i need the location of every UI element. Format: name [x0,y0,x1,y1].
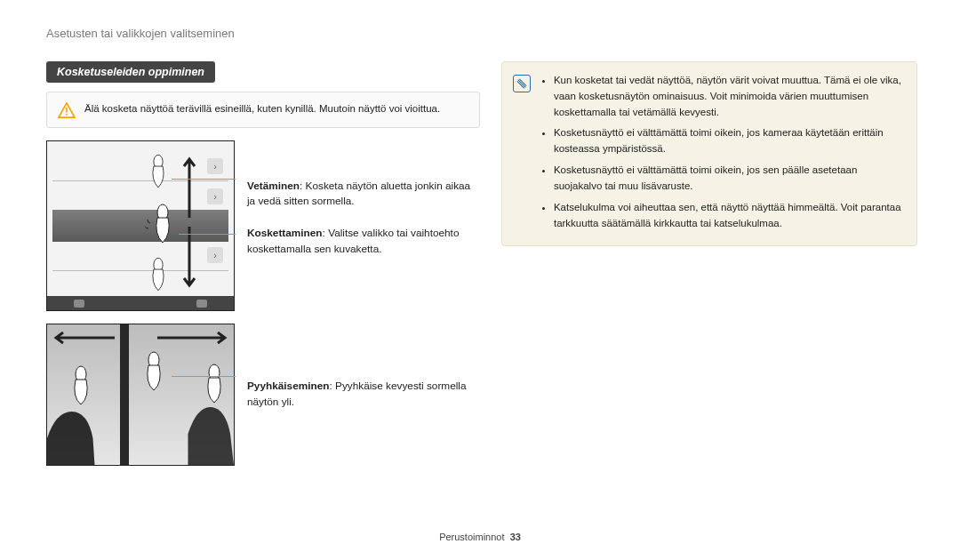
arrow-down-icon [182,227,196,289]
hand-swipe-icon [136,351,172,392]
warning-callout: Älä kosketa näyttöä terävillä esineillä,… [46,92,480,128]
note-icon [513,75,531,92]
gesture-drag-label: Vetäminen [247,180,300,192]
hand-swipe-icon [196,364,232,404]
gesture-illustration-drag-tap: › › › › [46,140,235,311]
breadcrumb-header: Asetusten tai valikkojen valitseminen [46,27,917,40]
arrow-left-icon [52,332,115,344]
footer-section-label: Perustoiminnot [439,532,504,542]
info-note-item: Katselukulma voi aiheuttaa sen, että näy… [554,200,904,232]
warning-text: Älä kosketa näyttöä terävillä esineillä,… [84,101,440,116]
info-note-item: Kosketusnäyttö ei välttämättä toimi oike… [554,163,904,195]
hand-swipe-icon [63,365,99,406]
chevron-right-icon: › [207,158,223,174]
page-footer: Perustoiminnot 33 [0,532,960,542]
chevron-right-icon: › [207,247,223,263]
gesture-swipe-label: Pyyhkäiseminen [247,380,329,392]
gesture-illustration-swipe [46,324,235,466]
gesture-tap-label: Koskettaminen [247,227,323,239]
section-pill: Kosketuseleiden oppiminen [46,61,215,83]
hand-tap-icon [145,204,180,244]
warning-triangle-icon [58,102,76,118]
info-note-item: Kun kosketat tai vedät näyttöä, näytön v… [554,73,904,120]
svg-rect-1 [66,114,68,116]
info-note-item: Kosketusnäyttö ei välttämättä toimi oike… [554,125,904,157]
info-callout: Kun kosketat tai vedät näyttöä, näytön v… [501,61,917,246]
chevron-right-icon: › [207,188,223,204]
svg-rect-0 [66,108,68,113]
hand-drag-icon [143,257,173,292]
arrow-up-icon [182,156,196,218]
page-number: 33 [510,532,521,542]
hand-drag-icon [143,154,173,189]
info-note-list: Kun kosketat tai vedät näyttöä, näytön v… [540,73,904,236]
arrow-right-icon [157,332,228,344]
